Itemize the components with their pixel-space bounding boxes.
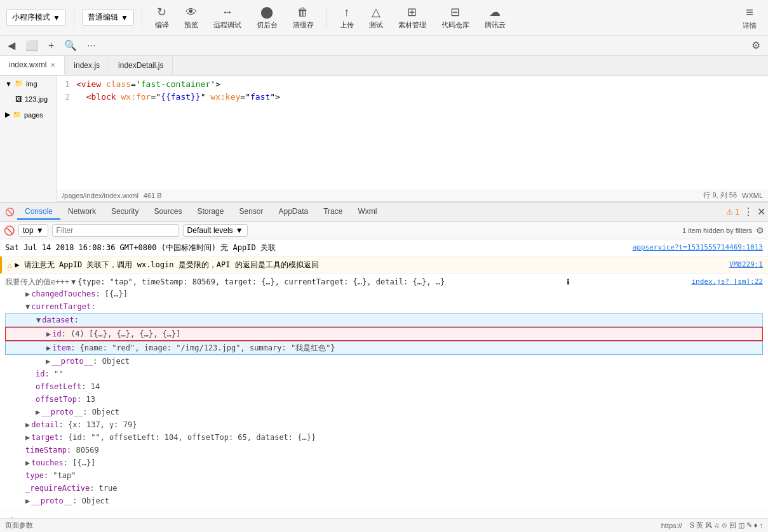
- tab-appdata[interactable]: AppData: [271, 204, 316, 220]
- devtools-more-btn[interactable]: ⋮: [743, 206, 753, 218]
- context-select[interactable]: top ▼: [18, 224, 48, 237]
- console-content[interactable]: Sat Jul 14 2018 16:08:36 GMT+0800 (中国标准时…: [0, 239, 768, 532]
- tab-sources[interactable]: Sources: [146, 204, 189, 220]
- filter-input[interactable]: [52, 224, 179, 237]
- tab-wxml[interactable]: Wxml: [350, 204, 384, 220]
- test-label: 测试: [369, 20, 383, 30]
- expand-arrow-changedTouches[interactable]: ▶: [25, 288, 30, 300]
- hamburger-icon: ≡: [746, 5, 753, 20]
- devtools-settings-btn[interactable]: ✕: [757, 206, 765, 218]
- console-source-3[interactable]: index.js? [sm]:22: [691, 276, 763, 288]
- tab-label-wxml: index.wxml: [9, 60, 46, 69]
- hidden-count: 1 item hidden by filters: [682, 227, 752, 234]
- tree-node-detail: ▶ detail : {x: 137, y: 79}: [5, 418, 763, 431]
- asset-mgmt-button[interactable]: ⊞ 素材管理: [393, 3, 431, 32]
- preview-button[interactable]: 👁 预览: [179, 3, 203, 32]
- sidebar-item-pages[interactable]: ▶ 📁 pages: [0, 107, 57, 123]
- compile-btn-label: 编译: [155, 20, 169, 30]
- tree-node-id-empty: id : "": [5, 368, 763, 380]
- console-source-1[interactable]: appservice?t=1531555714469:1013: [633, 242, 763, 253]
- compile-label: 普通编辑: [88, 12, 118, 23]
- tree-node-id: ▶ id : (4) [{…}, {…}, {…}, {…}]: [5, 327, 763, 341]
- tab-storage[interactable]: Storage: [189, 204, 231, 220]
- top-toolbar: 小程序模式 ▼ 普通编辑 ▼ ↻ 编译 👁 预览 ↔ 远程调试 ⬤ 切后台 🗑 …: [0, 0, 768, 36]
- console-source-2[interactable]: VM8229:1: [729, 259, 763, 270]
- add-file-button[interactable]: +: [44, 37, 58, 54]
- clear-cache-button[interactable]: 🗑 清缓存: [288, 3, 319, 32]
- mode-chevron-icon: ▼: [53, 13, 60, 22]
- code-assist-button[interactable]: ⊟ 代码仓库: [436, 3, 475, 32]
- sidebar-item-123jpg[interactable]: 🖼 123.jpg: [0, 91, 57, 107]
- sidebar-item-img[interactable]: ▼ 📁 img: [0, 76, 57, 91]
- console-timestamp: Sat Jul 14 2018 16:08:36 GMT+0800 (中国标准时…: [5, 242, 633, 253]
- expand-arrow-touches[interactable]: ▶: [25, 457, 30, 469]
- expand-arrow-item[interactable]: ▶: [46, 342, 51, 354]
- tree-node-requireActive: _requireActive : true: [5, 482, 763, 495]
- tree-node-target: ▶ target : {id: "", offsetLeft: 104, off…: [5, 431, 763, 444]
- clear-console-button[interactable]: 🚫: [4, 225, 15, 236]
- expand-arrow-proto-dataset[interactable]: ▶: [46, 356, 50, 367]
- upload-icon: ↑: [344, 6, 349, 19]
- expand-arrow-proto-ct[interactable]: ▶: [36, 406, 40, 418]
- search-button[interactable]: 🔍: [60, 37, 81, 54]
- devtools-icon-btn[interactable]: 🚫: [3, 208, 17, 216]
- tab-index-js[interactable]: index.js: [65, 56, 109, 75]
- sidebar-label-img: img: [26, 80, 37, 88]
- tab-sensor[interactable]: Sensor: [231, 204, 271, 220]
- mode-select[interactable]: 小程序模式 ▼: [6, 9, 66, 26]
- tab-security[interactable]: Security: [104, 204, 146, 220]
- clear-cache-icon: 🗑: [297, 6, 309, 19]
- log-prefix: 我要传入的值e+++: [5, 276, 69, 288]
- tab-index-wxml[interactable]: index.wxml ✕: [0, 56, 65, 75]
- compile-chevron-icon: ▼: [121, 13, 128, 22]
- tab-network[interactable]: Network: [60, 204, 104, 220]
- expand-arrow-proto-root[interactable]: ▶: [25, 495, 30, 507]
- tree-with-arrows: ▶ changedTouches : [{…}] → ▼ currentTarg…: [5, 288, 763, 507]
- tab-console[interactable]: Console: [17, 204, 60, 220]
- expand-arrow-detail[interactable]: ▶: [25, 419, 30, 430]
- expand-arrow-target[interactable]: ▶: [25, 432, 30, 443]
- compile-button[interactable]: ↻ 编译: [150, 3, 174, 32]
- code-label: 代码仓库: [441, 20, 469, 30]
- warning-count: ⚠ 1: [726, 208, 739, 216]
- test-icon: △: [372, 5, 381, 19]
- context-label: top: [23, 226, 34, 235]
- more-options-button[interactable]: ···: [83, 37, 99, 54]
- file-icon-jpg: 🖼: [15, 95, 22, 103]
- backend-button[interactable]: ⬤ 切后台: [252, 3, 283, 32]
- compile-select[interactable]: 普通编辑 ▼: [82, 9, 134, 26]
- settings-button[interactable]: ⚙: [748, 37, 764, 54]
- remote-debug-icon: ↔: [222, 6, 233, 19]
- test-button[interactable]: △ 测试: [364, 3, 388, 32]
- tree-node-offsetTop: offsetTop : 13: [5, 393, 763, 406]
- expand-arrow-dataset[interactable]: ▼: [36, 314, 41, 326]
- asset-icon: ⊞: [407, 5, 417, 19]
- remote-debug-button[interactable]: ↔ 远程调试: [208, 3, 246, 32]
- status-bar: 页面参数 https:// S 英 风 ♫ ⊙ 回 ◫ ✎ ♦ ↑: [0, 518, 768, 532]
- cloud-label: 腾讯云: [485, 20, 506, 30]
- console-warning-text: ▶ 请注意无 AppID 关联下，调用 wx.login 是受限的，API 的返…: [15, 259, 729, 270]
- status-url: https://: [661, 522, 682, 529]
- tree-node-changedTouches: ▶ changedTouches : [{…}]: [5, 288, 763, 300]
- tab-trace[interactable]: Trace: [316, 204, 350, 220]
- tab-close-wxml[interactable]: ✕: [50, 62, 55, 69]
- backend-icon: ⬤: [260, 5, 273, 19]
- tencent-cloud-button[interactable]: ☁ 腾讯云: [480, 3, 511, 32]
- levels-select[interactable]: Default levels ▼: [183, 224, 248, 237]
- split-view-button[interactable]: ⬜: [22, 37, 42, 54]
- collapse-sidebar-button[interactable]: ◀: [4, 37, 19, 54]
- tab-index-detail-js[interactable]: indexDetail.js: [109, 56, 173, 75]
- upload-button[interactable]: ↑ 上传: [335, 3, 359, 32]
- log-object-text: {type: "tap", timeStamp: 80569, target: …: [77, 276, 445, 288]
- code-area[interactable]: 1 <view class='fast-container'> 2 <block…: [57, 76, 768, 189]
- context-chevron-icon: ▼: [36, 226, 44, 235]
- tree-node-proto-dataset: ▶ __proto__ : Object: [5, 355, 763, 368]
- expand-arrow-id[interactable]: ▶: [46, 328, 51, 340]
- cloud-icon: ☁: [489, 5, 501, 19]
- expand-arrow-currentTarget[interactable]: ▼: [25, 301, 30, 312]
- console-settings-button[interactable]: ⚙: [756, 225, 764, 236]
- tree-node-timeStamp: timeStamp : 80569: [5, 444, 763, 456]
- more-button[interactable]: ≡ 详情: [738, 3, 762, 33]
- code-icon: ⊟: [450, 5, 460, 19]
- code-line-2: 2 <block wx:for="{{fast}}" wx:key="fast"…: [57, 91, 768, 103]
